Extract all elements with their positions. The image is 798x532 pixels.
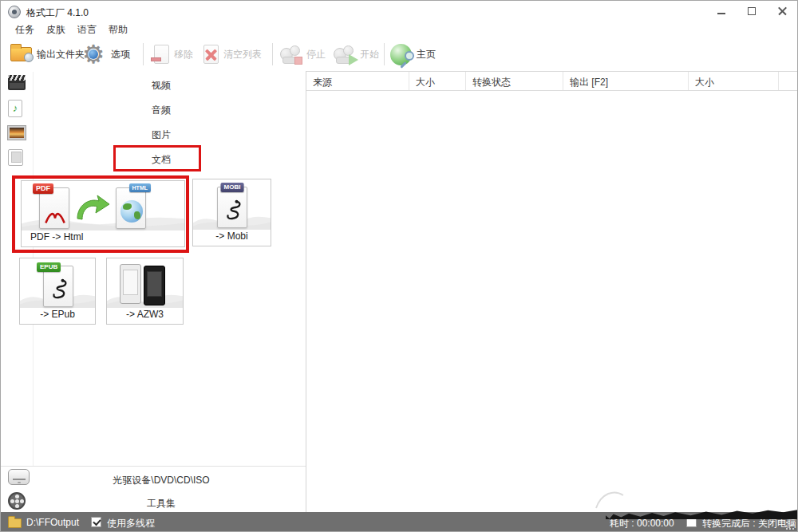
converter-label: -> AZW3 [107,309,183,320]
multithread-checkbox[interactable] [91,517,101,527]
converter-label: -> EPub [20,309,95,320]
window-title: 格式工厂 4.1.0 [26,6,89,20]
picture-icon [8,126,26,140]
epub-badge: EPUB [37,262,61,272]
toolbar: 输出文件夹 ⚙ 选项 移除 清空列表 停止 开始 主页 [1,37,797,71]
stop-icon [280,45,302,64]
sidebar-item-audio[interactable]: ♪ 音频 [1,97,306,121]
green-arrow-icon [74,194,111,221]
menu-item-task[interactable]: 任务 [15,23,36,37]
title-bar: 格式工厂 4.1.0 [1,1,797,23]
epub-file-icon: EPUB [43,266,73,307]
minimize-button[interactable] [711,3,732,19]
gear-icon: ⚙ [81,41,106,68]
audio-icon: ♪ [8,100,22,117]
start-icon [334,45,355,64]
panel-divider [306,71,306,512]
html-file-icon: HTML [116,187,146,229]
pdf-file-icon: PDF [39,187,69,229]
column-header-output[interactable]: 输出 [F2] [563,72,689,90]
column-header-status[interactable]: 转换状态 [466,72,563,90]
maximize-button[interactable] [741,3,762,19]
resize-grip-icon[interactable] [786,522,795,530]
sidebar-item-document[interactable]: 文档 [1,146,306,171]
scratch-mark [590,486,628,510]
converter-card-azw3[interactable]: -> AZW3 [106,258,184,325]
converter-card-epub[interactable]: EPUB -> EPub [19,258,96,325]
toolbar-separator [143,43,144,65]
column-header-spacer [779,72,797,90]
converter-card-mobi[interactable]: MOBI -> Mobi [192,179,271,246]
menu-bar: 任务 皮肤 语言 帮助 [1,23,797,37]
column-header-size[interactable]: 大小 [409,72,466,90]
film-reel-icon [8,492,26,510]
toolbar-separator [272,43,273,65]
converter-label: -> Mobi [193,231,271,242]
document-icon [8,149,23,166]
clear-list-button[interactable]: 清空列表 [203,37,262,71]
menu-item-language[interactable]: 语言 [77,23,98,37]
output-path[interactable]: D:\FFOutput [26,517,79,528]
task-table-header: 来源 大小 转换状态 输出 [F2] 大小 [306,72,797,91]
menu-item-help[interactable]: 帮助 [109,23,129,37]
sidebar-item-picture[interactable]: 图片 [1,121,306,146]
snake-glyph [49,277,69,302]
multithread-label: 使用多线程 [107,517,155,530]
video-icon [8,75,26,90]
snake-glyph [223,198,243,223]
mobi-badge: MOBI [221,183,244,192]
globe-magnifier-icon [390,44,412,65]
column-header-size2[interactable]: 大小 [689,72,779,90]
app-window: 格式工厂 4.1.0 任务 皮肤 语言 帮助 输出文件夹 ⚙ 选项 移除 清空列… [0,0,798,532]
remove-item-icon [154,45,169,64]
acrobat-mark [44,211,66,224]
minimize-icon [717,13,725,14]
toolbar-separator [384,43,385,65]
category-panel: 视频 ♪ 音频 图片 文档 PDF [1,71,306,512]
mobi-file-icon: MOBI [217,187,247,228]
clear-list-icon [203,45,219,64]
homepage-button[interactable]: 主页 [390,37,436,71]
sidebar-item-toolset[interactable]: 工具集 [1,490,306,513]
start-button[interactable]: 开始 [334,37,379,71]
output-folder-button[interactable]: 输出文件夹 [10,37,85,71]
ereader-icon-back [120,264,141,304]
maximize-icon [748,7,756,15]
options-button[interactable]: ⚙ 选项 [81,37,130,71]
ereader-icon-front [144,266,165,305]
output-path-folder-icon [8,518,22,528]
column-header-source[interactable]: 来源 [306,72,409,90]
globe-icon [120,200,143,223]
pdf-badge: PDF [33,183,53,194]
window-controls [711,3,792,19]
stop-button[interactable]: 停止 [280,37,326,71]
sidebar-item-video[interactable]: 视频 [1,72,306,97]
close-button[interactable] [772,3,792,19]
app-icon [8,6,21,18]
converter-label: PDF -> Html [22,231,184,242]
remove-button[interactable]: 移除 [154,37,193,71]
html-badge: HTML [129,183,151,192]
converter-card-pdf-html[interactable]: PDF HTML PDF -> Html [21,180,185,247]
menu-item-skin[interactable]: 皮肤 [46,23,67,37]
output-folder-icon [10,47,32,61]
sidebar-item-disc-device[interactable]: 光驱设备\DVD\CD\ISO [1,467,306,490]
